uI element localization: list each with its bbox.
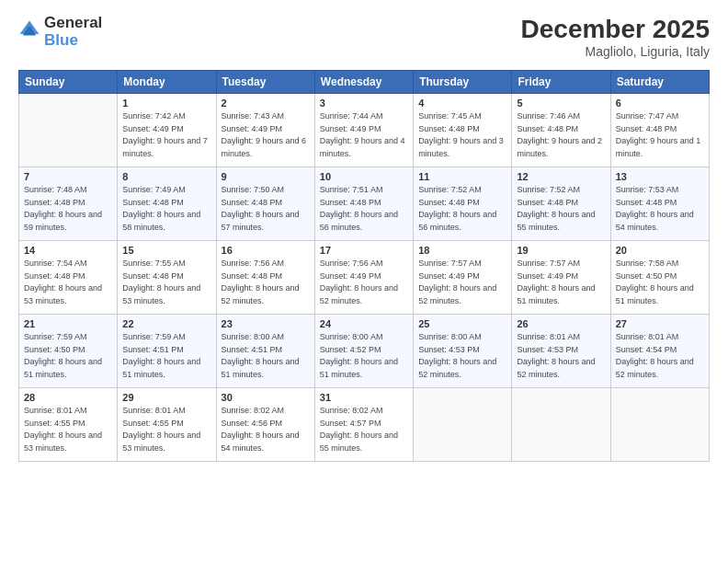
day-number: 7 [24, 171, 112, 182]
day-cell: 21Sunrise: 7:59 AMSunset: 4:50 PMDayligh… [19, 315, 118, 388]
day-cell: 23Sunrise: 8:00 AMSunset: 4:51 PMDayligh… [216, 315, 314, 388]
header-day-tuesday: Tuesday [216, 71, 314, 94]
calendar-container: General Blue December 2025 Magliolo, Lig… [0, 0, 728, 471]
day-number: 24 [320, 318, 408, 329]
day-info: Sunrise: 8:02 AMSunset: 4:57 PMDaylight:… [320, 405, 408, 454]
day-number: 11 [418, 171, 506, 182]
week-row-4: 21Sunrise: 7:59 AMSunset: 4:50 PMDayligh… [19, 315, 710, 388]
day-number: 1 [122, 98, 210, 109]
header-row: SundayMondayTuesdayWednesdayThursdayFrid… [19, 71, 710, 94]
day-number: 20 [616, 245, 704, 256]
day-number: 16 [222, 245, 310, 256]
day-info: Sunrise: 7:59 AMSunset: 4:51 PMDaylight:… [122, 331, 210, 381]
day-number: 5 [517, 98, 605, 109]
day-info: Sunrise: 7:45 AMSunset: 4:48 PMDaylight:… [418, 110, 506, 160]
day-info: Sunrise: 7:53 AMSunset: 4:48 PMDaylight:… [616, 184, 704, 234]
day-number: 17 [320, 245, 408, 256]
day-number: 14 [24, 245, 112, 256]
logo: General Blue [18, 15, 102, 49]
day-cell: 9Sunrise: 7:50 AMSunset: 4:48 PMDaylight… [216, 167, 314, 241]
day-cell: 1Sunrise: 7:42 AMSunset: 4:49 PMDaylight… [118, 94, 216, 167]
day-number: 4 [418, 98, 506, 109]
day-info: Sunrise: 8:00 AMSunset: 4:53 PMDaylight:… [418, 331, 506, 381]
day-info: Sunrise: 7:57 AMSunset: 4:49 PMDaylight:… [418, 258, 506, 307]
day-info: Sunrise: 7:46 AMSunset: 4:48 PMDaylight:… [517, 110, 605, 160]
day-cell: 31Sunrise: 8:02 AMSunset: 4:57 PMDayligh… [314, 388, 413, 462]
title-section: December 2025 Magliolo, Liguria, Italy [521, 15, 710, 59]
day-cell [512, 388, 610, 462]
day-info: Sunrise: 7:52 AMSunset: 4:48 PMDaylight:… [517, 184, 605, 234]
day-info: Sunrise: 7:51 AMSunset: 4:48 PMDaylight:… [320, 184, 408, 234]
day-number: 30 [222, 392, 310, 403]
day-cell: 7Sunrise: 7:48 AMSunset: 4:48 PMDaylight… [19, 167, 118, 241]
header: General Blue December 2025 Magliolo, Lig… [18, 15, 710, 59]
day-info: Sunrise: 7:58 AMSunset: 4:50 PMDaylight:… [616, 258, 704, 307]
day-info: Sunrise: 7:47 AMSunset: 4:48 PMDaylight:… [616, 110, 704, 160]
header-day-wednesday: Wednesday [314, 71, 413, 94]
day-cell: 6Sunrise: 7:47 AMSunset: 4:48 PMDaylight… [610, 94, 709, 167]
day-info: Sunrise: 7:52 AMSunset: 4:48 PMDaylight:… [418, 184, 506, 234]
day-cell: 22Sunrise: 7:59 AMSunset: 4:51 PMDayligh… [118, 315, 216, 388]
day-number: 19 [517, 245, 605, 256]
day-number: 29 [122, 392, 210, 403]
day-info: Sunrise: 7:59 AMSunset: 4:50 PMDaylight:… [24, 331, 112, 381]
day-cell: 24Sunrise: 8:00 AMSunset: 4:52 PMDayligh… [314, 315, 413, 388]
day-info: Sunrise: 7:49 AMSunset: 4:48 PMDaylight:… [122, 184, 210, 234]
day-cell [414, 388, 512, 462]
header-day-friday: Friday [512, 71, 610, 94]
header-day-sunday: Sunday [19, 71, 118, 94]
day-number: 6 [616, 98, 704, 109]
day-number: 23 [222, 318, 310, 329]
day-cell: 4Sunrise: 7:45 AMSunset: 4:48 PMDaylight… [414, 94, 512, 167]
day-cell: 30Sunrise: 8:02 AMSunset: 4:56 PMDayligh… [216, 388, 314, 462]
day-cell: 28Sunrise: 8:01 AMSunset: 4:55 PMDayligh… [19, 388, 118, 462]
week-row-2: 7Sunrise: 7:48 AMSunset: 4:48 PMDaylight… [19, 167, 710, 241]
day-cell: 14Sunrise: 7:54 AMSunset: 4:48 PMDayligh… [19, 241, 118, 315]
day-info: Sunrise: 7:43 AMSunset: 4:49 PMDaylight:… [222, 110, 310, 160]
day-cell: 11Sunrise: 7:52 AMSunset: 4:48 PMDayligh… [414, 167, 512, 241]
header-day-monday: Monday [118, 71, 216, 94]
day-info: Sunrise: 7:55 AMSunset: 4:48 PMDaylight:… [122, 258, 210, 307]
day-cell: 25Sunrise: 8:00 AMSunset: 4:53 PMDayligh… [414, 315, 512, 388]
day-number: 18 [418, 245, 506, 256]
day-cell: 2Sunrise: 7:43 AMSunset: 4:49 PMDaylight… [216, 94, 314, 167]
day-info: Sunrise: 8:02 AMSunset: 4:56 PMDaylight:… [222, 405, 310, 454]
day-cell: 13Sunrise: 7:53 AMSunset: 4:48 PMDayligh… [610, 167, 709, 241]
logo-general-text: General [44, 15, 102, 32]
day-number: 9 [222, 171, 310, 182]
day-number: 31 [320, 392, 408, 403]
day-info: Sunrise: 8:00 AMSunset: 4:52 PMDaylight:… [320, 331, 408, 381]
calendar-table: SundayMondayTuesdayWednesdayThursdayFrid… [18, 70, 710, 462]
week-row-1: 1Sunrise: 7:42 AMSunset: 4:49 PMDaylight… [19, 94, 710, 167]
day-cell: 18Sunrise: 7:57 AMSunset: 4:49 PMDayligh… [414, 241, 512, 315]
header-day-thursday: Thursday [414, 71, 512, 94]
day-number: 3 [320, 98, 408, 109]
day-cell [610, 388, 709, 462]
day-cell: 16Sunrise: 7:56 AMSunset: 4:48 PMDayligh… [216, 241, 314, 315]
location: Magliolo, Liguria, Italy [521, 44, 710, 59]
day-number: 15 [122, 245, 210, 256]
day-info: Sunrise: 7:56 AMSunset: 4:49 PMDaylight:… [320, 258, 408, 307]
day-number: 28 [24, 392, 112, 403]
day-number: 22 [122, 318, 210, 329]
day-info: Sunrise: 8:00 AMSunset: 4:51 PMDaylight:… [222, 331, 310, 381]
day-number: 21 [24, 318, 112, 329]
day-info: Sunrise: 8:01 AMSunset: 4:55 PMDaylight:… [24, 405, 112, 454]
day-number: 13 [616, 171, 704, 182]
day-cell: 15Sunrise: 7:55 AMSunset: 4:48 PMDayligh… [118, 241, 216, 315]
day-info: Sunrise: 7:48 AMSunset: 4:48 PMDaylight:… [24, 184, 112, 234]
day-cell: 27Sunrise: 8:01 AMSunset: 4:54 PMDayligh… [610, 315, 709, 388]
day-info: Sunrise: 7:56 AMSunset: 4:48 PMDaylight:… [222, 258, 310, 307]
day-number: 12 [517, 171, 605, 182]
day-cell: 17Sunrise: 7:56 AMSunset: 4:49 PMDayligh… [314, 241, 413, 315]
day-info: Sunrise: 8:01 AMSunset: 4:54 PMDaylight:… [616, 331, 704, 381]
day-info: Sunrise: 7:44 AMSunset: 4:49 PMDaylight:… [320, 110, 408, 160]
day-number: 26 [517, 318, 605, 329]
day-number: 8 [122, 171, 210, 182]
day-cell: 3Sunrise: 7:44 AMSunset: 4:49 PMDaylight… [314, 94, 413, 167]
logo-icon [18, 19, 40, 41]
day-cell: 26Sunrise: 8:01 AMSunset: 4:53 PMDayligh… [512, 315, 610, 388]
day-number: 25 [418, 318, 506, 329]
day-cell: 5Sunrise: 7:46 AMSunset: 4:48 PMDaylight… [512, 94, 610, 167]
day-info: Sunrise: 7:57 AMSunset: 4:49 PMDaylight:… [517, 258, 605, 307]
